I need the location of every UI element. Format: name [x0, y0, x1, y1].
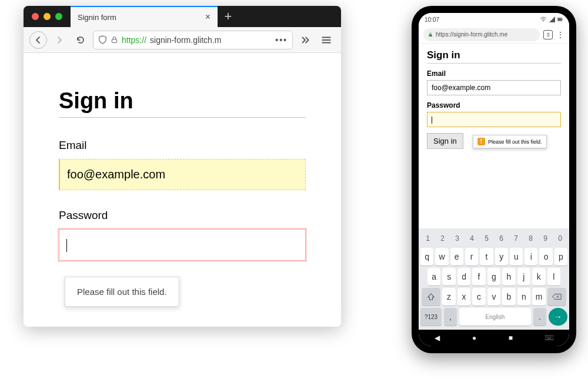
- close-window-button[interactable]: [32, 13, 39, 20]
- hamburger-menu-icon[interactable]: [318, 31, 335, 49]
- key-i[interactable]: i: [524, 248, 537, 265]
- key-1[interactable]: 1: [422, 231, 435, 245]
- key-o[interactable]: o: [539, 248, 552, 265]
- key-f[interactable]: f: [472, 268, 485, 286]
- key-b[interactable]: b: [502, 288, 516, 306]
- phone-screen: 10:07 https://signin-form.glitch.me: [419, 13, 569, 346]
- comma-key[interactable]: ,: [444, 308, 457, 326]
- key-g[interactable]: g: [487, 268, 500, 286]
- key-r[interactable]: r: [465, 248, 478, 265]
- mobile-address-bar[interactable]: https://signin-form.glitch.me: [423, 28, 540, 41]
- overflow-chevron-icon[interactable]: [296, 31, 314, 49]
- nav-keyboard-icon[interactable]: [545, 335, 553, 341]
- key-4[interactable]: 4: [466, 231, 479, 245]
- key-k[interactable]: k: [532, 268, 545, 286]
- desktop-browser-window: Signin form × + https:// signin-form.gli…: [24, 6, 341, 327]
- svg-rect-3: [562, 19, 563, 20]
- key-2[interactable]: 2: [436, 231, 449, 245]
- keyboard-number-row: 1234567890: [420, 231, 567, 245]
- tracking-shield-icon[interactable]: [98, 35, 107, 44]
- forward-button[interactable]: [51, 31, 68, 49]
- mobile-email-label: Email: [427, 69, 561, 78]
- close-tab-icon[interactable]: ×: [205, 12, 211, 22]
- soft-keyboard: 1234567890 qwertyuiop asdfghjkl zxcvbnm …: [419, 228, 569, 330]
- maximize-window-button[interactable]: [55, 13, 62, 20]
- reload-button[interactable]: [72, 31, 89, 49]
- key-v[interactable]: v: [487, 288, 501, 306]
- email-input[interactable]: foo@example.com: [59, 159, 306, 190]
- email-label: Email: [59, 139, 306, 152]
- spacebar-key[interactable]: English: [459, 308, 531, 326]
- tab-title: Signin form: [78, 13, 116, 22]
- svg-rect-5: [429, 34, 432, 36]
- key-e[interactable]: e: [450, 248, 463, 265]
- status-time: 10:07: [425, 16, 439, 23]
- key-s[interactable]: s: [442, 268, 455, 286]
- key-7[interactable]: 7: [510, 231, 523, 245]
- svg-rect-4: [558, 18, 562, 20]
- key-w[interactable]: w: [435, 248, 448, 265]
- key-y[interactable]: y: [495, 248, 508, 265]
- mobile-url: https://signin-form.glitch.me: [436, 31, 507, 38]
- key-d[interactable]: d: [457, 268, 470, 286]
- kebab-menu-icon[interactable]: ⋮: [556, 30, 564, 39]
- back-button[interactable]: [29, 31, 47, 49]
- key-x[interactable]: x: [457, 288, 471, 306]
- key-0[interactable]: 0: [554, 231, 567, 245]
- key-n[interactable]: n: [517, 288, 531, 306]
- key-6[interactable]: 6: [495, 231, 508, 245]
- chrome-toolbar: https://signin-form.glitch.me 3 ⋮: [419, 26, 569, 44]
- text-caret: [66, 239, 67, 252]
- mobile-page-content: Sign in Email foo@example.com Password S…: [419, 44, 569, 228]
- browser-toolbar: https:// signin-form.glitch.m •••: [24, 27, 341, 53]
- signin-button[interactable]: Sign in: [427, 133, 463, 149]
- battery-icon: [557, 16, 563, 22]
- minimize-window-button[interactable]: [44, 13, 51, 20]
- key-c[interactable]: c: [472, 288, 486, 306]
- password-label: Password: [59, 209, 306, 222]
- backspace-key[interactable]: [547, 288, 566, 306]
- android-nav-bar: ◀ ● ■: [419, 330, 569, 346]
- tab-bar: Signin form × +: [24, 6, 341, 27]
- period-key[interactable]: .: [533, 308, 546, 326]
- url-host: signin-form.glitch.m: [150, 35, 221, 45]
- mobile-password-input[interactable]: [427, 112, 561, 127]
- key-q[interactable]: q: [420, 248, 433, 265]
- key-8[interactable]: 8: [524, 231, 537, 245]
- email-value: foo@example.com: [67, 168, 165, 181]
- keyboard-row-5: ?123 , English . →: [420, 308, 567, 326]
- tab-count-button[interactable]: 3: [543, 30, 553, 39]
- key-5[interactable]: 5: [480, 231, 493, 245]
- window-controls: [24, 6, 71, 27]
- password-input[interactable]: [59, 229, 306, 261]
- browser-tab[interactable]: Signin form ×: [71, 6, 218, 27]
- key-t[interactable]: t: [480, 248, 493, 265]
- svg-rect-0: [112, 39, 116, 43]
- key-z[interactable]: z: [442, 288, 456, 306]
- key-u[interactable]: u: [510, 248, 523, 265]
- mobile-page-heading: Sign in: [427, 49, 561, 64]
- key-p[interactable]: p: [554, 248, 567, 265]
- key-3[interactable]: 3: [451, 231, 464, 245]
- address-bar[interactable]: https:// signin-form.glitch.m •••: [93, 31, 293, 49]
- symbols-key[interactable]: ?123: [420, 308, 442, 326]
- mobile-email-input[interactable]: foo@example.com: [427, 80, 561, 95]
- wifi-icon: [540, 16, 547, 22]
- svg-point-1: [543, 21, 543, 21]
- key-l[interactable]: l: [547, 268, 560, 286]
- new-tab-button[interactable]: +: [218, 6, 239, 27]
- shift-key[interactable]: [422, 288, 440, 306]
- key-a[interactable]: a: [427, 268, 440, 286]
- go-key[interactable]: →: [549, 308, 567, 326]
- key-j[interactable]: j: [517, 268, 530, 286]
- nav-home-icon[interactable]: ●: [472, 334, 476, 342]
- key-9[interactable]: 9: [539, 231, 552, 245]
- validation-tooltip: Please fill out this field.: [65, 277, 179, 307]
- page-heading: Sign in: [59, 88, 306, 118]
- key-h[interactable]: h: [502, 268, 515, 286]
- page-actions-icon[interactable]: •••: [275, 35, 288, 45]
- keyboard-row-4: zxcvbnm: [420, 288, 567, 306]
- nav-back-icon[interactable]: ◀: [435, 334, 440, 342]
- key-m[interactable]: m: [532, 288, 546, 306]
- nav-recent-icon[interactable]: ■: [509, 334, 513, 342]
